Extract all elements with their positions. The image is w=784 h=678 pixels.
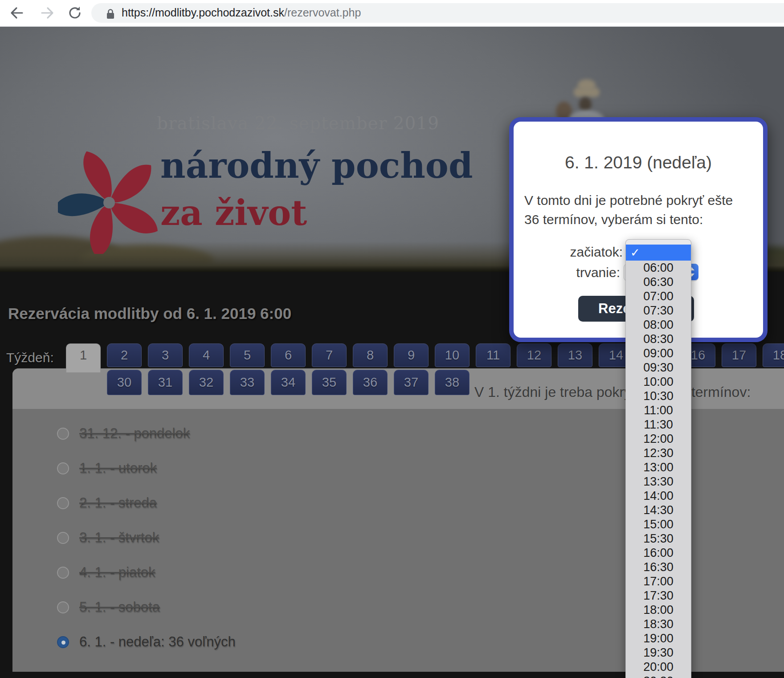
modal-body-line2: 36 termínov, vyberám si tento: xyxy=(524,210,733,229)
logo-date-line: bratislava 22. september 2019 xyxy=(157,113,424,133)
week-tab-17[interactable]: 17 xyxy=(722,343,756,367)
time-option-10:00[interactable]: 10:00 xyxy=(626,375,691,389)
modal-body-line1: V tomto dni je potrebné pokryť ešte xyxy=(524,191,733,210)
person-hat-crown xyxy=(578,79,596,91)
day-radio-selected[interactable] xyxy=(57,636,69,648)
url-text[interactable]: https://modlitby.pochodzazivot.sk/rezerv… xyxy=(122,6,361,19)
day-row[interactable]: 31. 12. - pondelok xyxy=(57,424,190,443)
week-tab-37[interactable]: 37 xyxy=(394,370,429,395)
time-option-06:30[interactable]: 06:30 xyxy=(626,275,691,289)
day-label: 2. 1. - streda xyxy=(79,495,157,511)
checkmark-icon: ✓ xyxy=(630,246,640,259)
reload-button[interactable] xyxy=(67,5,83,21)
day-radio[interactable] xyxy=(57,601,69,613)
browser-toolbar: https://modlitby.pochodzazivot.sk/rezerv… xyxy=(0,0,784,27)
time-option-20:30[interactable]: 20:30 xyxy=(626,674,691,678)
time-option-06:00[interactable]: 06:00 xyxy=(626,261,691,275)
week-tab-5[interactable]: 5 xyxy=(230,343,265,367)
modal-body-text: V tomto dni je potrebné pokryť ešte 36 t… xyxy=(524,191,733,229)
week-tab-18[interactable]: 18 xyxy=(763,343,784,367)
week-info-text: V 1. týždni je treba pokryť ešte 36 term… xyxy=(474,384,751,400)
time-option-17:00[interactable]: 17:00 xyxy=(626,574,691,588)
time-option-16:00[interactable]: 16:00 xyxy=(626,546,691,560)
week-tab-12[interactable]: 12 xyxy=(517,343,551,367)
week-tab-3[interactable]: 3 xyxy=(148,343,183,367)
time-option-13:00[interactable]: 13:00 xyxy=(626,460,691,474)
time-option-14:00[interactable]: 14:00 xyxy=(626,489,691,503)
day-row[interactable]: 6. 1. - nedeľa: 36 voľných xyxy=(57,632,236,652)
back-button[interactable] xyxy=(9,5,25,21)
week-tab-2[interactable]: 2 xyxy=(107,343,142,367)
time-option-09:00[interactable]: 09:00 xyxy=(626,346,691,360)
time-option-07:00[interactable]: 07:00 xyxy=(626,289,691,303)
day-radio[interactable] xyxy=(57,462,69,474)
dropdown-selected-option[interactable]: ✓ xyxy=(626,245,691,261)
start-time-label: začiatok: xyxy=(570,245,623,260)
time-option-15:00[interactable]: 15:00 xyxy=(626,517,691,531)
day-row[interactable]: 3. 1. - štvrtok xyxy=(57,528,159,547)
forward-button[interactable] xyxy=(39,5,55,21)
day-radio[interactable] xyxy=(57,497,69,509)
day-label: 6. 1. - nedeľa: 36 voľných xyxy=(79,634,236,650)
week-tab-33[interactable]: 33 xyxy=(230,370,265,395)
time-option-11:00[interactable]: 11:00 xyxy=(626,403,691,417)
page: bratislava 22. september 2019 národný po… xyxy=(0,0,784,678)
time-option-15:30[interactable]: 15:30 xyxy=(626,531,691,546)
time-option-09:30[interactable]: 09:30 xyxy=(626,360,691,375)
person-face xyxy=(579,97,592,111)
week-tab-35[interactable]: 35 xyxy=(312,370,347,395)
week-tab-11[interactable]: 11 xyxy=(476,343,510,367)
day-radio[interactable] xyxy=(57,567,69,579)
day-label: 31. 12. - pondelok xyxy=(79,425,190,441)
time-option-10:30[interactable]: 10:30 xyxy=(626,389,691,403)
time-option-20:00[interactable]: 20:00 xyxy=(626,660,691,674)
time-option-13:30[interactable]: 13:30 xyxy=(626,474,691,489)
week-tab-30[interactable]: 30 xyxy=(107,370,142,395)
day-label: 4. 1. - piatok xyxy=(79,564,155,580)
day-label: 5. 1. - sobota xyxy=(79,599,160,615)
time-option-07:30[interactable]: 07:30 xyxy=(626,303,691,318)
day-radio[interactable] xyxy=(57,532,69,544)
time-option-08:00[interactable]: 08:00 xyxy=(626,318,691,332)
time-option-14:30[interactable]: 14:30 xyxy=(626,503,691,517)
day-label: 1. 1. - utorok xyxy=(79,460,157,476)
day-radio[interactable] xyxy=(57,428,69,440)
time-option-12:30[interactable]: 12:30 xyxy=(626,446,691,460)
week-tab-13[interactable]: 13 xyxy=(558,343,592,367)
week-tab-6[interactable]: 6 xyxy=(271,343,306,367)
logo-title-line1: národný pochod xyxy=(160,145,473,186)
time-option-19:00[interactable]: 19:00 xyxy=(626,631,691,645)
time-option-16:30[interactable]: 16:30 xyxy=(626,560,691,574)
day-row[interactable]: 2. 1. - streda xyxy=(57,493,157,513)
week-label: Týždeň: xyxy=(6,350,54,365)
day-row[interactable]: 1. 1. - utorok xyxy=(57,458,157,478)
week-tab-7[interactable]: 7 xyxy=(312,343,347,367)
dropdown-top-pad xyxy=(626,240,691,245)
modal-title: 6. 1. 2019 (nedeľa) xyxy=(509,153,768,172)
week-tab-38[interactable]: 38 xyxy=(435,370,470,395)
time-option-11:30[interactable]: 11:30 xyxy=(626,417,691,432)
time-option-18:30[interactable]: 18:30 xyxy=(626,617,691,631)
week-tab-32[interactable]: 32 xyxy=(189,370,224,395)
time-option-08:30[interactable]: 08:30 xyxy=(626,332,691,346)
dropdown-options: 06:0006:3007:0007:3008:0008:3009:0009:30… xyxy=(626,261,691,678)
start-time-dropdown[interactable]: ✓ 06:0006:3007:0007:3008:0008:3009:0009:… xyxy=(625,239,691,678)
day-row[interactable]: 4. 1. - piatok xyxy=(57,563,155,582)
week-tab-10[interactable]: 10 xyxy=(435,343,470,367)
week-tab-36[interactable]: 36 xyxy=(353,370,388,395)
time-option-17:30[interactable]: 17:30 xyxy=(626,588,691,603)
time-option-12:00[interactable]: 12:00 xyxy=(626,432,691,446)
day-label: 3. 1. - štvrtok xyxy=(79,530,159,546)
url-path: /rezervovat.php xyxy=(284,6,361,19)
time-option-18:00[interactable]: 18:00 xyxy=(626,603,691,617)
week-tab-1[interactable]: 1 xyxy=(66,343,101,372)
week-tab-4[interactable]: 4 xyxy=(189,343,224,367)
week-tab-9[interactable]: 9 xyxy=(394,343,429,367)
week-tab-34[interactable]: 34 xyxy=(271,370,306,395)
week-tab-8[interactable]: 8 xyxy=(353,343,388,367)
address-bar[interactable]: https://modlitby.pochodzazivot.sk/rezerv… xyxy=(91,3,784,23)
day-row[interactable]: 5. 1. - sobota xyxy=(57,597,160,617)
week-tab-31[interactable]: 31 xyxy=(148,370,183,395)
pinwheel-logo-icon xyxy=(58,151,160,254)
time-option-19:30[interactable]: 19:30 xyxy=(626,645,691,660)
